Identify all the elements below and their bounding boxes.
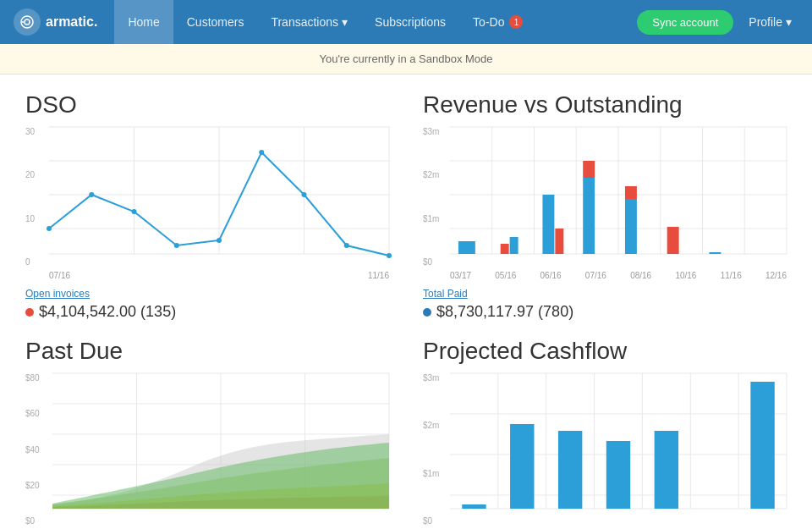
- svg-rect-68: [510, 424, 534, 509]
- svg-point-12: [47, 226, 52, 231]
- svg-rect-39: [583, 178, 595, 254]
- dso-y-labels: 30 20 10 0: [25, 127, 38, 279]
- revenue-x-labels: 03/17 05/16 06/16 07/16 08/16 10/16 11/1…: [450, 271, 787, 280]
- cashflow-chart: $3m $2m $1m $0: [423, 373, 787, 529]
- past-due-y-labels: $80 $60 $40 $20 $0: [25, 373, 43, 529]
- past-due-title: Past Due: [25, 338, 389, 365]
- navbar: armatic. Home Customers Transactions ▾ S…: [0, 0, 812, 44]
- revenue-svg: [450, 127, 787, 267]
- dso-chart: 30 20 10 0: [25, 127, 389, 279]
- main-content: DSO 30 20 10 0: [0, 74, 812, 529]
- svg-rect-41: [625, 199, 637, 254]
- open-invoices-dot: [25, 308, 34, 317]
- svg-point-18: [301, 192, 306, 197]
- nav-home[interactable]: Home: [114, 0, 173, 44]
- sandbox-banner: You're currently in a Sandbox Mode: [0, 44, 812, 74]
- dso-section: DSO 30 20 10 0: [25, 91, 389, 321]
- svg-point-14: [131, 209, 136, 214]
- svg-point-15: [174, 243, 179, 248]
- open-invoices-label[interactable]: Open invoices: [25, 288, 389, 300]
- open-invoices-value: $4,104,542.00 (135): [25, 303, 389, 321]
- svg-rect-35: [501, 244, 509, 254]
- logo[interactable]: armatic.: [14, 8, 97, 36]
- svg-rect-34: [458, 241, 475, 254]
- total-paid-label[interactable]: Total Paid: [423, 288, 787, 300]
- cashflow-title: Projected Cashflow: [423, 338, 787, 365]
- logo-text: armatic.: [46, 14, 97, 30]
- nav-customers[interactable]: Customers: [173, 0, 258, 44]
- cashflow-y-labels: $3m $2m $1m $0: [423, 373, 442, 529]
- logo-icon: [14, 8, 41, 36]
- svg-point-20: [387, 253, 392, 258]
- svg-point-1: [25, 19, 30, 25]
- cashflow-section: Projected Cashflow $3m $2m $1m $0: [423, 338, 787, 529]
- chevron-down-icon: ▾: [786, 15, 792, 29]
- svg-rect-43: [667, 227, 679, 254]
- nav-transactions[interactable]: Transactions ▾: [257, 0, 361, 44]
- revenue-y-labels: $3m $2m $1m $0: [423, 127, 442, 279]
- dashboard-grid: DSO 30 20 10 0: [25, 91, 787, 529]
- dso-title: DSO: [25, 91, 389, 118]
- revenue-section: Revenue vs Outstanding $3m $2m $1m $0: [423, 91, 787, 321]
- dso-svg: [49, 127, 389, 267]
- svg-rect-67: [462, 504, 486, 509]
- svg-point-17: [259, 150, 264, 155]
- svg-rect-42: [625, 186, 637, 199]
- svg-rect-37: [542, 195, 554, 254]
- nav-items: Home Customers Transactions ▾ Subscripti…: [114, 0, 536, 44]
- svg-rect-40: [583, 161, 595, 178]
- total-paid-dot: [423, 308, 431, 317]
- past-due-svg: [52, 373, 389, 526]
- total-paid-value: $8,730,117.97 (780): [423, 303, 787, 321]
- svg-rect-36: [510, 237, 518, 254]
- svg-rect-71: [655, 431, 678, 509]
- svg-rect-72: [750, 382, 774, 509]
- revenue-title: Revenue vs Outstanding: [423, 91, 787, 118]
- chevron-down-icon: ▾: [342, 15, 348, 29]
- past-due-section: Past Due $80 $60 $40 $20 $0: [25, 338, 389, 529]
- profile-label: Profile: [749, 15, 782, 29]
- sync-button[interactable]: Sync account: [637, 10, 733, 35]
- revenue-chart: $3m $2m $1m $0: [423, 127, 787, 279]
- svg-rect-69: [558, 431, 582, 509]
- svg-rect-70: [606, 441, 630, 509]
- svg-point-13: [89, 192, 94, 197]
- dso-x-labels: 07/16 11/16: [49, 271, 389, 280]
- svg-point-19: [344, 243, 349, 248]
- svg-rect-38: [555, 229, 563, 254]
- todo-badge: 1: [509, 15, 523, 29]
- past-due-chart: $80 $60 $40 $20 $0: [25, 373, 389, 529]
- svg-point-16: [217, 238, 222, 243]
- cashflow-svg: [450, 373, 787, 526]
- nav-todo[interactable]: To-Do 1: [459, 0, 536, 44]
- nav-subscriptions[interactable]: Subscriptions: [361, 0, 459, 44]
- svg-point-2: [22, 21, 24, 23]
- svg-rect-44: [709, 252, 721, 254]
- profile-menu[interactable]: Profile ▾: [742, 15, 798, 29]
